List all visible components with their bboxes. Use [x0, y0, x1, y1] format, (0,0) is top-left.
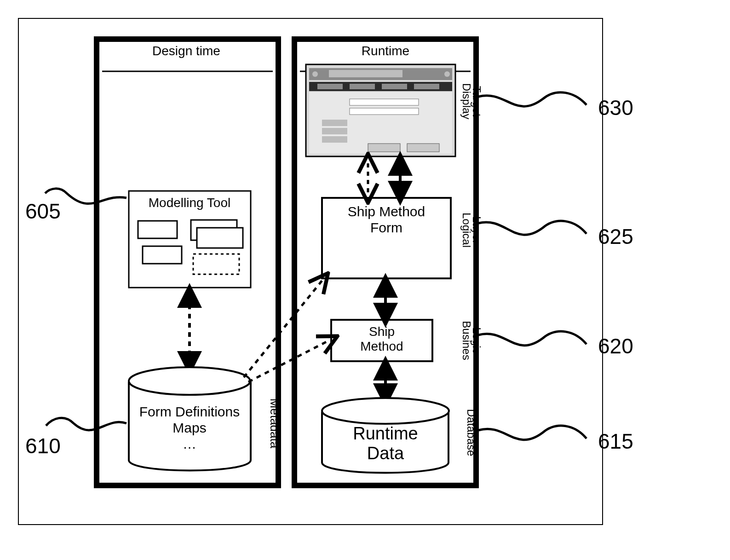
arrow-metadata-to-method [248, 341, 329, 382]
diagram-root: Design time Modelling Tool Form Definiti… [0, 0, 730, 560]
callout-605: 605 [25, 199, 61, 223]
ship-method-line2: Method [360, 339, 403, 353]
label-database: Database [465, 409, 477, 456]
runtime-data-line2: Data [367, 444, 404, 463]
svg-rect-25 [322, 128, 347, 134]
callout-610: 610 [25, 434, 61, 458]
metadata-cylinder: Form Definitions Maps … [129, 367, 251, 471]
modelling-tool-box: Modelling Tool [129, 191, 251, 288]
ship-method-form-line2: Form [370, 220, 402, 235]
arrow-metadata-to-form [244, 281, 322, 377]
ship-method-line1: Ship [369, 324, 395, 339]
ship-method-form-box: Ship Method Form [322, 198, 451, 278]
svg-rect-22 [350, 99, 419, 105]
callout-625: 625 [598, 225, 633, 248]
ship-method-box: Ship Method [331, 320, 432, 361]
callout-615: 615 [598, 429, 633, 453]
metadata-line1: Form Definitions [139, 404, 240, 419]
svg-rect-7 [193, 254, 239, 274]
ship-method-form-line1: Ship Method [348, 204, 425, 219]
svg-rect-28 [407, 144, 439, 152]
metadata-line3: … [183, 436, 196, 451]
modelling-tool-label: Modelling Tool [149, 196, 231, 210]
svg-rect-6 [197, 228, 243, 248]
metadata-line2: Maps [172, 420, 206, 435]
runtime-data-cylinder: Runtime Data [322, 398, 449, 473]
svg-point-8 [129, 367, 250, 395]
svg-rect-24 [322, 120, 347, 126]
display-target-box [306, 64, 455, 156]
svg-rect-20 [414, 84, 439, 89]
svg-rect-15 [329, 70, 402, 77]
svg-rect-27 [368, 144, 400, 152]
svg-rect-4 [143, 246, 182, 264]
svg-point-13 [312, 71, 318, 77]
runtime-panel: Runtime [294, 39, 483, 485]
svg-rect-17 [317, 84, 343, 89]
design-time-title: Design time [152, 44, 220, 58]
runtime-title: Runtime [362, 44, 409, 58]
svg-rect-3 [138, 221, 177, 238]
svg-rect-23 [350, 108, 419, 115]
svg-rect-19 [382, 84, 407, 89]
callout-630: 630 [598, 96, 633, 120]
label-logical-2: Layer [471, 216, 483, 244]
runtime-side-labels: Display Target Logical Layer Busines Log… [460, 83, 483, 456]
label-business-2: Logic [471, 327, 483, 353]
design-time-panel: Design time Modelling Tool Form Definiti… [97, 39, 282, 485]
svg-point-31 [322, 398, 449, 424]
svg-point-14 [444, 71, 450, 77]
label-display-target-2: Target [471, 86, 483, 117]
callout-620: 620 [598, 334, 633, 358]
metadata-side-label: Metadata [268, 398, 282, 449]
svg-rect-18 [350, 84, 375, 89]
runtime-data-line1: Runtime [353, 424, 418, 443]
svg-rect-26 [322, 136, 347, 143]
